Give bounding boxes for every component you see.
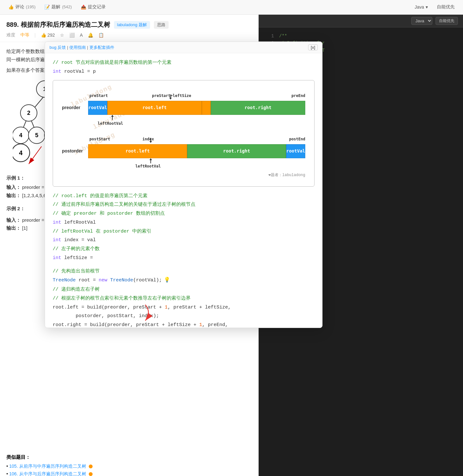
bell-icon[interactable]: 🔔 — [88, 33, 93, 38]
bug-feedback-link[interactable]: bug 反馈 — [49, 45, 66, 50]
auto-complete-btn[interactable]: 自能优先 — [436, 17, 458, 25]
code-line-leftSize: int leftSize = — [53, 254, 315, 263]
leftRootVal-label: leftRootVal — [98, 120, 123, 127]
star-icon[interactable]: ☆ — [60, 33, 64, 38]
difficulty-value: 中等 — [20, 32, 29, 38]
code-comment-3: // 通过前序和后序遍历构造二叉树的关键在于通过左子树的根节点 — [53, 200, 315, 209]
postEnd-label: postEnd — [289, 136, 305, 143]
tab-comments[interactable]: 👍 评论 (195) — [4, 0, 40, 15]
preEnd-label: preEnd — [292, 92, 305, 99]
svg-line-6 — [29, 146, 42, 164]
tab-auto[interactable]: 自能优先 — [432, 0, 459, 15]
preorder-row: preorder rootVal root.left root.right — [62, 101, 305, 115]
similar-link-2[interactable]: 106. 从中序与后序遍历序列构造二叉树 — [9, 471, 86, 476]
post-cell-root-right: root.right — [187, 144, 286, 158]
like-icon[interactable]: 👍 292 — [41, 33, 55, 38]
postorder-row: postorder root.left root.right rootVal — [62, 144, 305, 158]
problem-meta: 难度 中等 | 👍 292 ☆ ⬜ A 🔔 📋 — [6, 32, 252, 38]
red-arrow-svg — [136, 301, 155, 324]
cell-root-left: root.left — [107, 101, 202, 115]
preStart-label: preStart — [89, 92, 108, 99]
leftRootVal-label2: leftRootVal — [135, 163, 161, 170]
difficulty-badge-medium-2 — [89, 472, 93, 476]
submissions-icon: 📤 — [81, 4, 86, 10]
post-cell-root-left: root.left — [88, 144, 187, 158]
code-comment-6: // 左子树的元素个数 — [53, 245, 315, 254]
modal-code: // root 节点对应的值就是前序遍历数组的第一个元素 int rootVal… — [53, 58, 315, 328]
top-nav-bar: 👍 评论 (195) 📝 题解 (542) 📤 提交记录 Java ▾ 自能优先 — [0, 0, 463, 15]
modal-close-button[interactable]: [x] — [308, 44, 318, 50]
code-comment-7: // 先构造出当前根节 — [53, 267, 315, 276]
code-line-1: 1 /** — [259, 33, 463, 40]
code-comment-2: // root.left 的值是前序遍历第二个元素 — [53, 192, 315, 201]
modal-body[interactable]: // root 节点对应的值就是前序遍历数组的第一个元素 int rootVal… — [45, 53, 322, 328]
postorder-label: postorder — [62, 147, 88, 155]
tab-language[interactable]: Java ▾ — [410, 0, 432, 15]
share-icon[interactable]: ⬜ — [69, 33, 75, 38]
solutions-icon: 📝 — [44, 4, 50, 10]
diagram-credit: ❤题者：labuladong — [62, 172, 305, 179]
problem-title-row: 889. 根据前序和后序遍历构造二叉树 labuladong 题解 思路 — [6, 20, 252, 29]
tab-submissions[interactable]: 📤 提交记录 — [76, 0, 110, 15]
code-line-root-left-2: postorder, postStart, index); — [53, 312, 315, 321]
comment-icon: 👍 — [8, 4, 14, 10]
code-line-root-left: root.left = build(preorder, preStart + 1… — [53, 303, 315, 312]
thinking-badge[interactable]: 思路 — [154, 21, 169, 29]
preorder-label: preorder — [62, 104, 88, 112]
user-guide-link[interactable]: 使用指南 — [69, 45, 86, 50]
diagram-container: labuladong labuladong labuladong preStar… — [53, 80, 315, 187]
tab-solutions[interactable]: 📝 题解 (542) — [40, 0, 76, 15]
similar-section: 类似题目： • 105. 从前序与中序遍历序列构造二叉树 • 106. 从中序与… — [0, 454, 258, 476]
code-comment-5: // leftRootVal 在 postorder 中的索引 — [53, 227, 315, 236]
problem-header: 889. 根据前序和后序遍历构造二叉树 labuladong 题解 思路 难度 … — [0, 15, 258, 42]
note-icon[interactable]: 📋 — [98, 33, 104, 38]
post-cell-rootVal: rootVal — [286, 144, 305, 158]
modal-top-bar: bug 反馈 | 使用指南 | 更多配套插件 [x] — [45, 42, 322, 53]
problem-title: 889. 根据前序和后序遍历构造二叉树 — [6, 20, 110, 29]
cell-rootVal: rootVal — [88, 101, 107, 115]
chevron-down-icon: ▾ — [426, 4, 428, 10]
code-comment-4: // 确定 preorder 和 postorder 数组的切割点 — [53, 209, 315, 218]
postStart-label: postStart — [89, 136, 110, 143]
svg-text:4: 4 — [19, 149, 23, 156]
code-line-rootVal: int rootVal = p — [53, 67, 315, 76]
cell-pre-divider — [202, 101, 211, 115]
code-comment-8: // 递归构造左右子树 — [53, 285, 315, 294]
svg-text:2: 2 — [27, 110, 30, 116]
code-line-index: int index = val — [53, 236, 315, 245]
index-label: index — [142, 136, 154, 143]
svg-text:5: 5 — [35, 132, 38, 138]
similar-item-2: • 106. 从中序与后序遍历序列构造二叉树 — [6, 471, 252, 476]
bulb-icon: 💡 — [164, 276, 170, 285]
code-line-treenode: TreeNode root = new TreeNode(rootVal); 💡 — [53, 276, 315, 285]
language-selector[interactable]: Java — [411, 17, 432, 25]
translate-icon[interactable]: A — [80, 33, 83, 38]
editor-top-bar: Java 自能优先 — [259, 15, 463, 27]
similar-item-1: • 105. 从前序与中序遍历序列构造二叉树 — [6, 464, 252, 469]
code-comment-1: // root 节点对应的值就是前序遍历数组的第一个元素 — [53, 58, 315, 67]
difficulty-badge-medium-1 — [89, 465, 93, 468]
cell-root-right: root.right — [211, 101, 305, 115]
postorder-bar: root.left root.right rootVal — [88, 144, 305, 158]
svg-text:4: 4 — [19, 132, 22, 138]
modal-overlay: bug 反馈 | 使用指南 | 更多配套插件 [x] // root 节点对应的… — [45, 41, 323, 328]
preorder-bar: rootVal root.left root.right — [88, 101, 305, 115]
plugins-link[interactable]: 更多配套插件 — [89, 45, 114, 50]
code-line-root-right: root.right = build(preorder, preStart + … — [53, 321, 315, 328]
labuladong-badge[interactable]: labuladong 题解 — [114, 21, 150, 29]
code-comment-9: // 根据左子树的根节点索引和元素个数推导左右子树的索引边界 — [53, 294, 315, 303]
similar-link-1[interactable]: 105. 从前序与中序遍历序列构造二叉树 — [9, 464, 86, 469]
code-line-leftRootVal: int leftRootVal — [53, 218, 315, 227]
